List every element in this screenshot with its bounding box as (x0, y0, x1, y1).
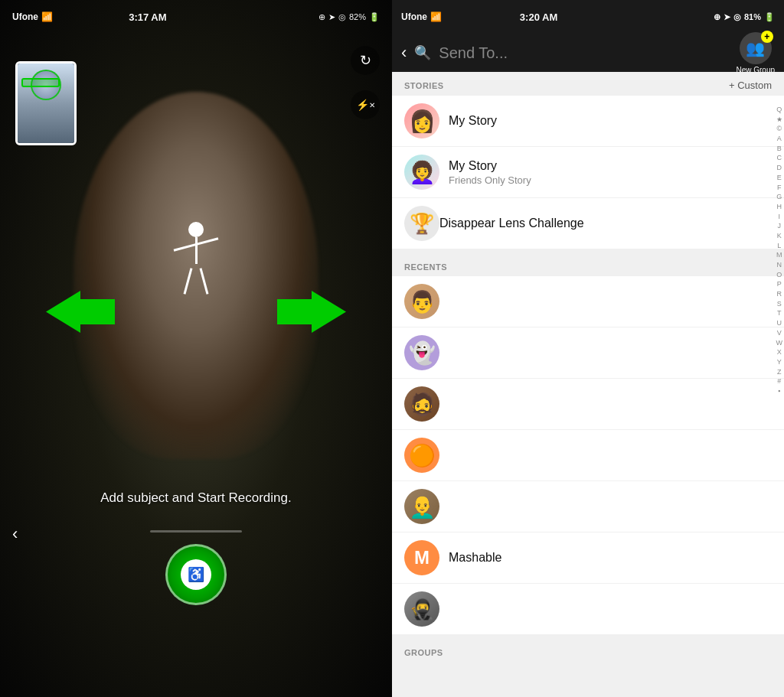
flip-camera-button[interactable]: ↻ (351, 46, 380, 75)
status-icons-right: ⊕ ➤ ◎ 81% 🔋 (714, 12, 775, 22)
story-item-text-1: My Story (449, 114, 772, 128)
list-item[interactable]: 👻 (392, 327, 784, 379)
alpha-t[interactable]: T (776, 309, 783, 318)
carrier-left: Ufone (12, 11, 38, 22)
list-item[interactable]: 🧔 (392, 379, 784, 430)
status-icons-left: ⊕ ➤ ◎ 82% 🔋 (318, 12, 380, 22)
alpha-g[interactable]: G (776, 193, 783, 202)
story-subtitle-2: Friends Only Story (449, 174, 772, 186)
alpha-n[interactable]: N (776, 261, 783, 270)
alpha-q[interactable]: Q (776, 106, 783, 115)
recent-avatar-6: M (404, 540, 439, 575)
alpha-o[interactable]: O (776, 271, 783, 280)
recent-avatar-7: 🥷 (404, 591, 439, 627)
recents-title: RECENTS (404, 262, 447, 272)
alpha-r[interactable]: R (776, 290, 783, 299)
camera-thumbnail (15, 61, 77, 145)
back-button-send[interactable]: ‹ (401, 43, 407, 63)
story-title-1: My Story (449, 114, 772, 128)
alpha-u[interactable]: U (776, 319, 783, 328)
new-group-plus-icon: + (761, 31, 773, 43)
search-input-placeholder[interactable]: Send To... (439, 44, 728, 62)
green-glasses-effect (21, 78, 60, 87)
recent-avatar-3: 🧔 (404, 386, 439, 422)
alpha-s[interactable]: S (776, 300, 783, 309)
alpha-y[interactable]: Y (776, 358, 783, 367)
story-avatar-3: 🏆 (404, 206, 439, 241)
story-item-text-3: Disappear Lens Challenge (439, 217, 772, 230)
recents-list: 👨 👻 🧔 🟠 👨‍🦲 (392, 276, 784, 634)
alpha-c[interactable]: C (776, 154, 783, 163)
alpha-i[interactable]: I (776, 213, 783, 222)
camera-controls: ↻ ⚡✕ (351, 46, 380, 119)
groups-title: GROUPS (404, 648, 443, 657)
list-item[interactable]: 👨‍🦲 (392, 481, 784, 533)
alpha-a[interactable]: A (776, 135, 783, 144)
alpha-b[interactable]: B (776, 145, 783, 154)
alpha-m[interactable]: M (776, 251, 783, 260)
new-group-icon: 👥 + (740, 32, 772, 64)
groups-section-header: GROUPS (392, 640, 784, 662)
progress-bar (150, 530, 242, 533)
recent-title-6: Mashable (449, 551, 772, 565)
stories-title: STORIES (404, 81, 444, 90)
list-item[interactable]: 👩‍🦱 My Story Friends Only Story (392, 147, 784, 198)
list-item[interactable]: 🟠 (392, 430, 784, 481)
story-avatar-2: 👩‍🦱 (404, 155, 439, 190)
status-bar-right: Ufone 📶 3:20 AM ⊕ ➤ ◎ 81% 🔋 (392, 0, 784, 34)
new-group-button[interactable]: 👥 + New Group (736, 32, 775, 74)
list-item[interactable]: 🏆 Disappear Lens Challenge (392, 198, 784, 249)
custom-button[interactable]: + Custom (729, 80, 772, 91)
stories-list: 👩 My Story 👩‍🦱 My Story Friends Only Sto… (392, 96, 784, 249)
camera-panel: Ufone 📶 3:17 AM ⊕ ➤ ◎ 82% 🔋 ↻ ⚡✕ Add sub… (0, 0, 392, 697)
alpha-x[interactable]: X (776, 348, 783, 357)
carrier-right: Ufone (401, 11, 427, 22)
alpha-l[interactable]: L (776, 242, 783, 251)
list-item[interactable]: 👨 (392, 276, 784, 327)
alpha-v[interactable]: V (776, 329, 783, 338)
record-button-inner: ♿ (181, 559, 211, 590)
back-button-camera[interactable]: ‹ (12, 524, 18, 544)
recording-instruction: Add subject and Start Recording. (100, 490, 291, 506)
stories-section-header: STORIES + Custom (392, 72, 784, 96)
search-icon: 🔍 (414, 44, 431, 61)
alpha-dot[interactable]: ⦁ (776, 387, 783, 396)
alpha-z[interactable]: Z (776, 368, 783, 377)
alpha-f[interactable]: F (776, 184, 783, 193)
list-item[interactable]: 🥷 (392, 584, 784, 634)
alpha-d[interactable]: D (776, 164, 783, 173)
stick-figure (173, 222, 219, 298)
alphabet-sidebar: Q ★ © A B C D E F G H I J K L M N O P R … (776, 106, 783, 396)
alpha-star[interactable]: ★ (776, 116, 783, 125)
alpha-hash[interactable]: # (776, 377, 783, 386)
recent-avatar-5: 👨‍🦲 (404, 489, 439, 524)
recents-section-header: RECENTS (392, 255, 784, 276)
alpha-e[interactable]: E (776, 174, 783, 183)
time-right: 3:20 AM (520, 11, 557, 23)
alpha-circle[interactable]: © (776, 125, 783, 134)
alpha-w[interactable]: W (776, 339, 783, 348)
list-item[interactable]: M Mashable (392, 533, 784, 584)
time-left: 3:17 AM (129, 11, 166, 23)
story-item-text-2: My Story Friends Only Story (449, 159, 772, 186)
alpha-h[interactable]: H (776, 203, 783, 212)
send-to-header: ‹ 🔍 Send To... 👥 + New Group (392, 34, 784, 72)
list-item[interactable]: 👩 My Story (392, 96, 784, 147)
flash-button[interactable]: ⚡✕ (351, 90, 380, 119)
record-button[interactable]: ♿ (165, 544, 227, 605)
recent-item-text-6: Mashable (449, 551, 772, 565)
alpha-k[interactable]: K (776, 232, 783, 241)
recent-avatar-2: 👻 (404, 335, 439, 370)
send-to-content[interactable]: STORIES + Custom 👩 My Story 👩‍🦱 My S (392, 72, 784, 697)
alpha-p[interactable]: P (776, 280, 783, 289)
story-title-3: Disappear Lens Challenge (439, 217, 772, 230)
story-avatar-1: 👩 (404, 103, 439, 138)
story-title-2: My Story (449, 159, 772, 173)
send-to-panel: Ufone 📶 3:20 AM ⊕ ➤ ◎ 81% 🔋 ‹ 🔍 Send To.… (392, 0, 784, 697)
alpha-j[interactable]: J (776, 222, 783, 231)
recent-avatar-1: 👨 (404, 284, 439, 319)
recent-avatar-4: 🟠 (404, 438, 439, 473)
status-bar-left: Ufone 📶 3:17 AM ⊕ ➤ ◎ 82% 🔋 (0, 0, 392, 34)
